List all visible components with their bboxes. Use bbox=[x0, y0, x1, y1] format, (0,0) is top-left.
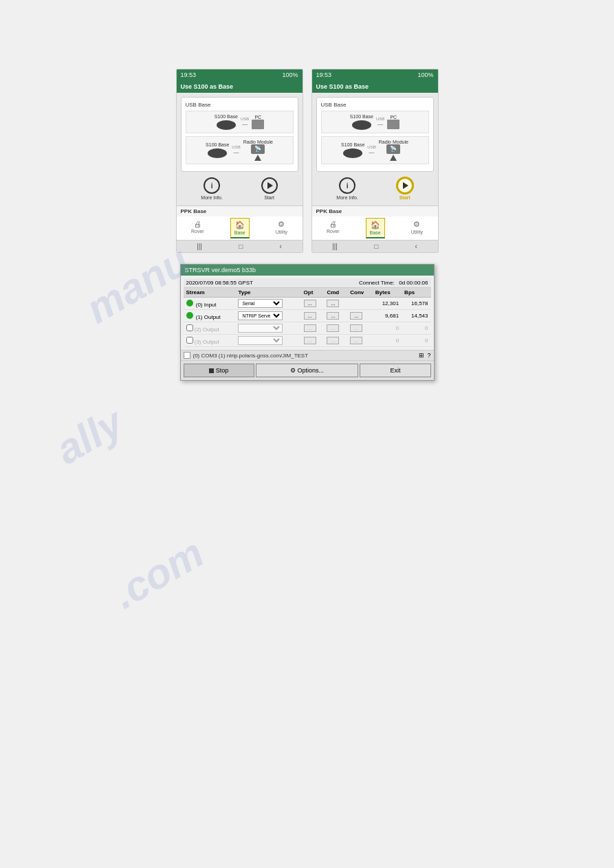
left-base-icon: 🏠 bbox=[235, 221, 245, 230]
right-start-label: Start bbox=[399, 195, 410, 200]
left-phone: 19:53 100% Use S100 as Base USB Base S10… bbox=[176, 69, 303, 253]
row0-cmd-btn[interactable]: ... bbox=[327, 300, 339, 307]
right-tab-base[interactable]: 🏠 Base bbox=[366, 218, 385, 238]
row3-type-select[interactable] bbox=[238, 336, 283, 345]
strsvr-status-checkbox[interactable] bbox=[184, 352, 190, 359]
strsvr-window: STRSVR ver.demo5 b33b 2020/07/09 08:58:5… bbox=[180, 264, 435, 381]
left-nav-bottom-3: ‹ bbox=[280, 243, 282, 250]
right-nav-bottom-1: ||| bbox=[332, 243, 338, 250]
row3-opt-btn[interactable]: ... bbox=[304, 337, 316, 344]
strsvr-status-text: (0) COM3 (1) ntrip.polaris-gnss.com/JIM_… bbox=[193, 353, 417, 359]
strsvr-status-bar: (0) COM3 (1) ntrip.polaris-gnss.com/JIM_… bbox=[181, 350, 434, 360]
left-more-info-button[interactable]: i More Info. bbox=[201, 177, 223, 200]
right-start-button[interactable]: Start bbox=[397, 177, 413, 200]
row1-conv[interactable]: ... bbox=[347, 310, 372, 322]
row3-type[interactable] bbox=[235, 335, 300, 347]
right-connection-1: S100 Base USB — PC bbox=[321, 111, 429, 133]
row3-bytes: 0 bbox=[373, 335, 402, 347]
row2-opt-btn[interactable]: ... bbox=[304, 324, 316, 332]
options-button[interactable]: ⚙ Options... bbox=[256, 364, 359, 377]
right-s100-base-2: S100 Base bbox=[341, 142, 364, 158]
right-usb-line-1: USB — bbox=[376, 117, 384, 127]
right-tab-rover[interactable]: 🖨 Rover bbox=[323, 218, 343, 238]
row1-stream-label: (1) Output bbox=[196, 314, 221, 320]
row2-conv-btn[interactable]: ... bbox=[350, 324, 362, 332]
row1-type-select[interactable]: NTRIP Server bbox=[238, 311, 283, 320]
exit-button[interactable]: Exit bbox=[360, 364, 430, 377]
strsvr-connect-time: Connect Time: 0d 00:00:06 bbox=[359, 280, 428, 286]
left-s100-base-2: S100 Base bbox=[206, 142, 229, 158]
left-tab-utility[interactable]: ⚙ Utility bbox=[272, 218, 291, 238]
strsvr-connect-time-value: 0d 00:00:06 bbox=[399, 280, 428, 286]
row0-opt-btn[interactable]: ... bbox=[304, 300, 316, 307]
row0-cmd[interactable]: ... bbox=[324, 298, 347, 310]
right-phone-battery: 100% bbox=[417, 71, 433, 78]
row1-type[interactable]: NTRIP Server bbox=[235, 310, 300, 322]
left-tab-base[interactable]: 🏠 Base bbox=[230, 218, 250, 238]
right-more-info-button[interactable]: i More Info. bbox=[336, 177, 358, 200]
th-conv: Conv bbox=[347, 288, 372, 298]
left-usb-base-label: USB Base bbox=[186, 102, 294, 108]
right-base-icon: 🏠 bbox=[371, 221, 380, 230]
row3-conv-btn[interactable]: ... bbox=[350, 337, 362, 344]
row0-type[interactable]: Serial bbox=[235, 298, 300, 310]
left-rover-label: Rover bbox=[191, 229, 204, 234]
row0-type-select[interactable]: Serial bbox=[238, 299, 283, 308]
row3-checkbox[interactable] bbox=[186, 337, 193, 344]
left-oval-2 bbox=[208, 148, 227, 158]
right-more-info-label: More Info. bbox=[336, 195, 358, 200]
right-play-circle bbox=[397, 177, 413, 194]
right-utility-label: Utility bbox=[411, 230, 423, 234]
row2-type[interactable] bbox=[235, 322, 300, 335]
exit-label: Exit bbox=[390, 367, 400, 374]
right-radio-module: Radio Module 📡 bbox=[379, 140, 408, 161]
th-opt: Opt bbox=[301, 288, 325, 298]
right-radio-icon: 📡 bbox=[386, 144, 400, 154]
right-actions-row: i More Info. Start bbox=[316, 176, 434, 201]
right-tab-utility[interactable]: ⚙ Utility bbox=[408, 218, 426, 238]
row0-stream: (0) Input bbox=[184, 298, 236, 310]
th-bytes: Bytes bbox=[373, 288, 402, 298]
row0-opt[interactable]: ... bbox=[301, 298, 325, 310]
left-s100-base-1: S100 Base bbox=[215, 114, 238, 130]
row0-bytes: 12,301 bbox=[373, 298, 402, 310]
row1-indicator bbox=[186, 312, 193, 319]
left-phone-battery: 100% bbox=[282, 71, 298, 78]
right-phone-time: 19:53 bbox=[316, 71, 332, 78]
left-usb-line-2: USB — bbox=[232, 145, 240, 155]
row2-checkbox[interactable] bbox=[186, 324, 193, 331]
th-stream: Stream bbox=[184, 288, 236, 298]
left-phone-time: 19:53 bbox=[181, 71, 197, 78]
left-tab-rover[interactable]: 🖨 Rover bbox=[188, 218, 208, 238]
row1-stream: (1) Output bbox=[184, 310, 236, 322]
right-rover-label: Rover bbox=[327, 229, 340, 234]
left-start-button[interactable]: Start bbox=[261, 177, 278, 200]
right-oval-2 bbox=[343, 148, 362, 158]
row1-conv-btn[interactable]: ... bbox=[350, 312, 362, 320]
left-triangle bbox=[254, 155, 261, 161]
right-nav-bottom-3: ‹ bbox=[415, 243, 417, 250]
row3-cmd: ... bbox=[324, 335, 347, 347]
row2-stream: (2) Output bbox=[184, 322, 236, 335]
row3-cmd-btn[interactable]: ... bbox=[327, 337, 339, 344]
right-pc-icon-1 bbox=[387, 120, 399, 129]
left-more-info-label: More Info. bbox=[201, 195, 223, 200]
left-ppk-base: PPK Base 🖨 Rover 🏠 Base ⚙ Utility bbox=[177, 205, 303, 252]
stop-button[interactable]: Stop bbox=[184, 364, 254, 377]
right-rover-icon: 🖨 bbox=[329, 220, 337, 228]
row2-type-select[interactable] bbox=[238, 324, 283, 333]
strsvr-info-row: 2020/07/09 08:58:55 GPST Connect Time: 0… bbox=[184, 278, 431, 288]
watermark-2: ally bbox=[47, 399, 131, 474]
row2-cmd-btn[interactable]: ... bbox=[327, 324, 339, 332]
right-base-label: Base bbox=[370, 230, 381, 235]
right-phone-status-bar: 19:53 100% bbox=[312, 69, 438, 80]
right-phone-body: USB Base S100 Base USB — PC bbox=[312, 93, 438, 205]
right-phone-title: Use S100 as Base bbox=[312, 80, 438, 93]
right-play-triangle bbox=[403, 182, 408, 189]
row2-cmd: ... bbox=[324, 322, 347, 335]
row1-opt[interactable]: ... bbox=[301, 310, 325, 322]
left-pc-icon-1 bbox=[252, 120, 264, 129]
row1-cmd-btn[interactable]: ... bbox=[327, 312, 339, 320]
row1-cmd[interactable]: ... bbox=[324, 310, 347, 322]
row1-opt-btn[interactable]: ... bbox=[304, 312, 316, 320]
